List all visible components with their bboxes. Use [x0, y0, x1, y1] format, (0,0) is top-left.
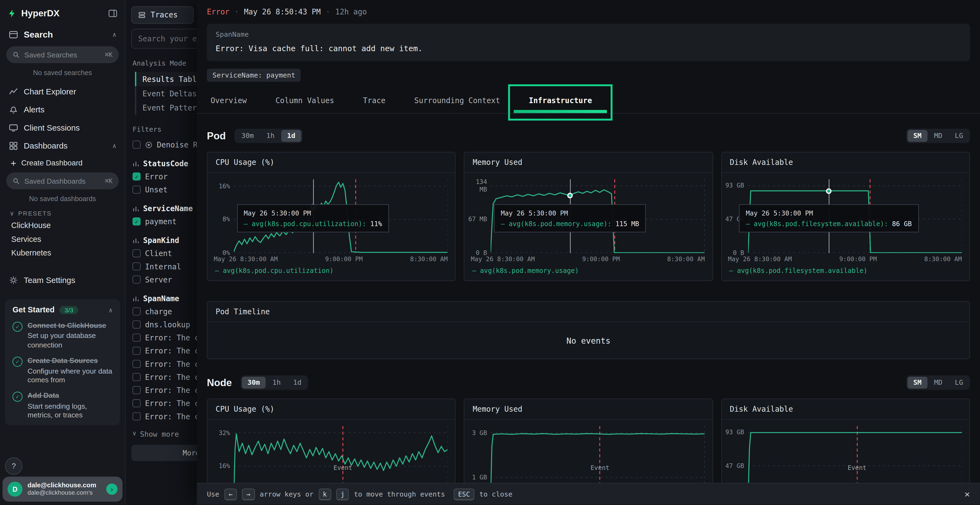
create-dashboard-button[interactable]: Create Dashboard: [0, 155, 125, 170]
denoise-label: Denoise Re: [157, 140, 202, 149]
collapse-panel-icon[interactable]: [108, 8, 117, 18]
chevron-right-icon[interactable]: ›: [106, 483, 117, 495]
get-started-item[interactable]: ✓ Connect to ClickHouse Set up your data…: [13, 321, 113, 349]
tab-column-values[interactable]: Column Values: [275, 88, 334, 113]
pod-size-control-sm[interactable]: SM: [908, 130, 927, 142]
chart-plot-pod-cpu[interactable]: EventMay 26 5:30:00 PM— avg(k8s.pod.cpu.…: [234, 179, 448, 253]
facet-checkbox[interactable]: ✓: [132, 173, 141, 181]
facet-checkbox[interactable]: [132, 347, 141, 355]
facet-checkbox[interactable]: [132, 321, 141, 329]
x-tick-label: 9:00:00 PM: [325, 256, 363, 262]
sidebar-item-services[interactable]: Services: [0, 232, 125, 246]
close-icon[interactable]: ×: [964, 488, 970, 500]
facet-checkbox[interactable]: [132, 386, 141, 394]
facet-checkbox[interactable]: [132, 262, 141, 270]
x-tick-label: 8:30:00 AM: [410, 256, 447, 262]
facet-checkbox[interactable]: [132, 399, 141, 407]
node-size-control-sm[interactable]: SM: [908, 376, 927, 389]
facet-option-label: Error: [145, 172, 168, 181]
y-tick-label: 3 GB: [466, 429, 487, 436]
tooltip-metric: — avg(k8s.pod.memory.usage):: [501, 220, 611, 227]
facet-checkbox[interactable]: [132, 186, 141, 194]
tab-surrounding-context[interactable]: Surrounding Context: [414, 88, 500, 113]
get-started-item[interactable]: ✓ Create Data Sources Configure where yo…: [13, 356, 113, 384]
node-range-control-30m[interactable]: 30m: [242, 376, 266, 389]
team-settings-label: Team Settings: [24, 275, 75, 284]
nav-search-header[interactable]: Search ∧: [0, 24, 125, 43]
get-started-title: Get Started: [13, 306, 55, 314]
pod-section-header: Pod 30m1h1d SMMDLG: [207, 129, 970, 143]
pod-range-control-1h[interactable]: 1h: [261, 130, 280, 142]
chart-tooltip: May 26 5:30:00 PM— avg(k8s.pod.filesyste…: [739, 204, 918, 232]
chart-title: CPU Usage (%): [207, 152, 455, 173]
facet-option-label: Error: The cr: [145, 346, 204, 355]
sidebar-item-team-settings[interactable]: Team Settings: [0, 271, 125, 289]
node-size-control-lg[interactable]: LG: [949, 376, 969, 389]
tooltip-series-value: — avg(k8s.pod.filesystem.available): 86 …: [746, 220, 912, 227]
chart-legend: — avg(k8s.pod.memory.usage): [465, 262, 713, 281]
chart-plot-pod-mem[interactable]: EventMay 26 5:30:00 PM— avg(k8s.pod.memo…: [491, 179, 705, 253]
node-section-header: Node 30m1h1d SMMDLG: [207, 375, 970, 390]
facet-checkbox[interactable]: [132, 412, 141, 420]
facet-checkbox[interactable]: [132, 249, 141, 257]
event-timestamp: May 26 8:50:43 PM: [244, 8, 321, 16]
source-select[interactable]: Traces: [131, 6, 194, 24]
denoise-checkbox[interactable]: [132, 141, 141, 149]
pod-size-control: SMMDLG: [907, 129, 970, 143]
facet-option-label: dns.lookup: [145, 320, 190, 329]
help-button[interactable]: ?: [5, 457, 22, 475]
node-size-control: SMMDLG: [907, 375, 970, 390]
tab-overview[interactable]: Overview: [211, 88, 247, 113]
pod-size-control-lg[interactable]: LG: [949, 130, 969, 142]
facet-checkbox[interactable]: [132, 373, 141, 381]
tab-infrastructure[interactable]: Infrastructure: [529, 88, 592, 113]
facet-option-label: Error: The cr: [145, 333, 204, 342]
facet-checkbox[interactable]: [132, 333, 141, 342]
pod-range-control-1d[interactable]: 1d: [282, 130, 301, 142]
facet-icon: [132, 160, 139, 167]
pod-timeline-title: Pod Timeline: [207, 302, 969, 322]
sidebar-item-clickhouse[interactable]: ClickHouse: [0, 219, 125, 233]
user-menu[interactable]: D dale@clickhouse.com dale@clickhouse.co…: [2, 477, 123, 502]
sidebar-item-dashboards[interactable]: Dashboards ∧: [0, 137, 125, 155]
facet-checkbox[interactable]: [132, 275, 141, 284]
tooltip-metric: — avg(k8s.pod.cpu.utilization):: [243, 220, 366, 227]
pod-size-control-md[interactable]: MD: [929, 130, 948, 142]
facet-checkbox[interactable]: [132, 360, 141, 368]
sidebar-item-kubernetes[interactable]: Kubernetes: [0, 246, 125, 260]
chart-plot-pod-disk[interactable]: EventMay 26 5:30:00 PM— avg(k8s.pod.file…: [748, 179, 962, 253]
node-range-control-1h[interactable]: 1h: [267, 376, 286, 389]
tab-trace[interactable]: Trace: [363, 88, 385, 113]
sidebar-item-label: Client Sessions: [24, 123, 80, 132]
service-name-tag[interactable]: ServiceName: payment: [207, 69, 301, 82]
pod-range-control-30m[interactable]: 30m: [236, 130, 259, 142]
presets-header[interactable]: ∨ PRESETS: [10, 210, 115, 217]
sidebar-item-chart-explorer[interactable]: Chart Explorer: [0, 83, 125, 101]
grid-icon: [9, 141, 18, 151]
chart-legend: — avg(k8s.pod.filesystem.available): [722, 262, 969, 281]
saved-searches-placeholder: Saved Searches: [24, 51, 77, 59]
y-tick-label: 134 MB: [466, 178, 487, 193]
y-tick-label: 0%: [209, 249, 230, 257]
saved-searches-input[interactable]: Saved Searches ⌘K: [6, 46, 119, 63]
sidebar-item-alerts[interactable]: Alerts: [0, 101, 125, 119]
node-range-control: 30m1h1d: [241, 375, 309, 390]
node-size-control-md[interactable]: MD: [929, 376, 948, 389]
detail-tabs: Overview Column Values Trace Surrounding…: [197, 88, 980, 114]
facet-checkbox[interactable]: [132, 308, 141, 316]
chevron-up-icon[interactable]: ∧: [109, 306, 113, 313]
k-key: k: [318, 488, 331, 500]
saved-dashboards-input[interactable]: Saved Dashboards ⌘K: [6, 173, 119, 189]
sidebar-item-client-sessions[interactable]: Client Sessions: [0, 119, 125, 137]
chart-title: Disk Available: [722, 152, 969, 173]
node-range-control-1d[interactable]: 1d: [288, 376, 307, 389]
get-started-item[interactable]: ✓ Add Data Start sending logs, metrics, …: [13, 391, 113, 419]
source-label: Traces: [151, 11, 178, 19]
x-tick-label: 8:30:00 AM: [667, 256, 705, 262]
check-circle-icon: ✓: [13, 357, 22, 367]
active-tab-indicator: [514, 110, 607, 113]
sidebar: HyperDX Search ∧ Saved Searches ⌘K No sa…: [0, 0, 126, 505]
facet-icon: [132, 237, 139, 244]
facet-checkbox[interactable]: ✓: [132, 218, 141, 226]
sidebar-item-label: Dashboards: [24, 141, 67, 151]
